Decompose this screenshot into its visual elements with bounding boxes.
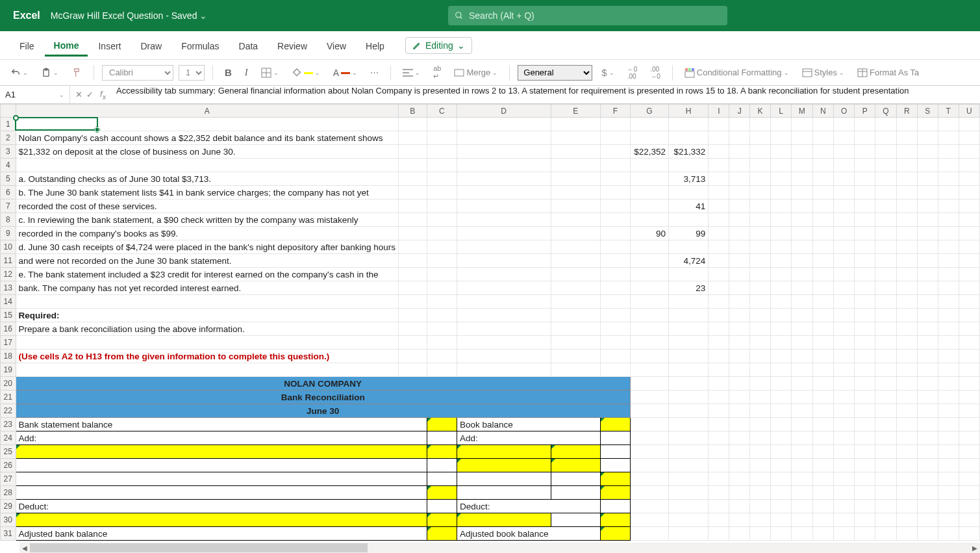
cell[interactable]: June 30 [16,404,630,418]
row-header-4[interactable]: 4 [1,159,16,172]
cell[interactable] [875,418,896,431]
cell[interactable] [551,254,600,268]
tab-formulas[interactable]: Formulas [172,34,228,57]
font-size-select[interactable]: 11 [179,65,205,81]
cell[interactable] [709,513,729,527]
cell[interactable] [771,527,792,541]
cell[interactable] [729,145,750,159]
enter-formula-icon[interactable]: ✓ [86,90,94,99]
input-cell[interactable] [600,472,630,486]
cell[interactable] [427,472,457,486]
cell[interactable] [427,199,457,213]
input-cell[interactable] [427,445,457,459]
cell[interactable]: d. June 30 cash receipts of $4,724 were … [16,240,398,254]
document-title[interactable]: McGraw Hill Excel Question - Saved [51,10,208,21]
cell[interactable] [457,254,551,268]
row-header-19[interactable]: 19 [1,363,16,377]
tab-insert[interactable]: Insert [89,34,130,57]
col-header-Q[interactable]: Q [875,105,896,118]
undo-button[interactable]: ⌄ [6,65,32,81]
cell[interactable] [812,350,833,363]
align-button[interactable]: ⌄ [399,66,424,80]
cell[interactable] [855,377,875,391]
cell[interactable] [457,213,551,227]
cell[interactable] [427,281,457,295]
cell[interactable] [959,431,979,445]
cell[interactable] [959,309,979,322]
tab-home[interactable]: Home [45,34,88,57]
cell[interactable] [917,118,938,131]
input-cell[interactable] [427,513,457,527]
cell[interactable] [917,472,938,486]
cell[interactable] [750,377,771,391]
cell[interactable] [750,281,771,295]
cell[interactable]: Bank statement balance [16,418,427,431]
cell[interactable] [791,527,812,541]
row-header-17[interactable]: 17 [1,336,16,350]
cell[interactable] [855,445,875,459]
cell[interactable] [896,513,917,527]
cell[interactable] [771,281,792,295]
cell[interactable] [427,336,457,350]
cell[interactable] [855,199,875,213]
cell[interactable] [812,431,833,445]
cell[interactable]: NOLAN COMPANY [16,377,630,391]
cell[interactable] [917,486,938,500]
cell[interactable] [750,404,771,418]
row-header-22[interactable]: 22 [1,404,16,418]
cell[interactable] [709,486,729,500]
col-header-I[interactable]: I [709,105,729,118]
cell[interactable] [398,159,427,172]
cell[interactable] [938,391,959,404]
cell[interactable] [875,213,896,227]
cell[interactable]: 23 [668,281,708,295]
cell[interactable] [398,363,427,377]
cell[interactable] [427,431,457,445]
cell[interactable] [896,500,917,513]
cell[interactable] [896,459,917,472]
cell[interactable] [791,404,812,418]
cell[interactable] [855,486,875,500]
cell[interactable] [551,322,600,336]
input-cell[interactable] [600,418,630,431]
cell[interactable] [875,295,896,309]
cell[interactable] [938,418,959,431]
cell[interactable] [729,159,750,172]
cell[interactable] [427,254,457,268]
cell[interactable] [938,486,959,500]
cell[interactable] [896,240,917,254]
format-painter-button[interactable] [68,65,86,81]
cell-styles-button[interactable]: Styles⌄ [798,65,848,80]
cell[interactable] [600,459,630,472]
cell[interactable] [833,418,854,431]
row-header-9[interactable]: 9 [1,227,16,240]
cell[interactable] [668,377,708,391]
cell[interactable] [729,172,750,186]
cell[interactable] [896,404,917,418]
cell[interactable] [917,254,938,268]
cell[interactable] [16,295,398,309]
cell[interactable] [791,159,812,172]
cell[interactable] [833,363,854,377]
cell[interactable] [938,445,959,459]
cell[interactable]: bank. The company has not yet recorded i… [16,281,398,295]
cell[interactable] [398,295,427,309]
cell[interactable] [729,199,750,213]
cell[interactable] [771,500,792,513]
cell[interactable] [791,500,812,513]
cell[interactable] [812,445,833,459]
cell[interactable] [729,418,750,431]
cell[interactable] [600,281,630,295]
cell[interactable] [938,350,959,363]
cell[interactable] [959,459,979,472]
col-header-K[interactable]: K [750,105,771,118]
cell[interactable] [855,431,875,445]
cell[interactable] [917,268,938,281]
cell[interactable] [959,186,979,199]
scroll-left-icon[interactable]: ◀ [19,545,30,552]
cell[interactable] [668,445,708,459]
cell[interactable] [709,227,729,240]
cell[interactable] [427,322,457,336]
cell[interactable] [457,145,551,159]
cell[interactable] [750,472,771,486]
